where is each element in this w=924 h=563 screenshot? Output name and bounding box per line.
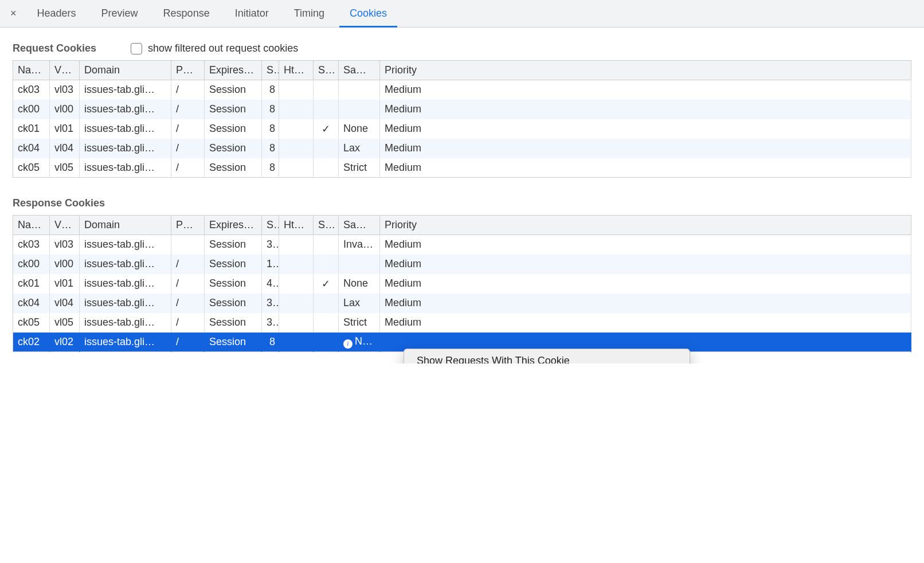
request-cell-path: / [171, 119, 205, 139]
request-cell-secure [314, 80, 339, 100]
tab-response[interactable]: Response [151, 0, 222, 27]
request-cell-same: Strict [339, 158, 380, 178]
request-cell-domain: issues-tab.gli… [80, 139, 171, 158]
col-header-http[interactable]: Ht… [279, 61, 314, 80]
response-row[interactable]: ck01vl01issues-tab.gli…/Session4..✓NoneM… [13, 274, 911, 294]
request-cell-domain: issues-tab.gli… [80, 100, 171, 119]
response-cell-value: vl03 [50, 235, 80, 255]
response-cell-name: ck03 [13, 235, 50, 255]
request-cookies-header: Request Cookies show filtered out reques… [13, 42, 911, 54]
response-row[interactable]: ck05vl05issues-tab.gli…/Session3..Strict… [13, 313, 911, 333]
request-cell-size: 8 [262, 158, 279, 178]
request-row[interactable]: ck05vl05issues-tab.gli…/Session8StrictMe… [13, 158, 911, 178]
response-cell-expires: Session [205, 333, 262, 352]
request-cookies-title: Request Cookies [13, 42, 96, 54]
response-row[interactable]: ck03vl03issues-tab.gli…Session3..Inva…Me… [13, 235, 911, 255]
close-icon[interactable]: × [7, 7, 25, 19]
request-cell-http [279, 100, 314, 119]
tab-preview[interactable]: Preview [89, 0, 151, 27]
request-cell-secure [314, 158, 339, 178]
col-header-expires[interactable]: Expires… [205, 61, 262, 80]
response-cell-domain: issues-tab.gli… [80, 274, 171, 294]
request-cell-value: vl04 [50, 139, 80, 158]
request-cell-priority: Medium [380, 119, 911, 139]
col-header-secure[interactable]: S… [314, 61, 339, 80]
context-menu-item[interactable]: Show Requests With This Cookie [404, 352, 690, 363]
request-cell-http [279, 80, 314, 100]
response-cell-same [339, 255, 380, 274]
request-cell-secure: ✓ [314, 119, 339, 139]
response-cell-priority: Medium [380, 313, 911, 333]
response-cell-path: / [171, 333, 205, 352]
response-cell-domain: issues-tab.gli… [80, 313, 171, 333]
response-cell-name: ck04 [13, 294, 50, 313]
response-cell-size: 3.. [262, 294, 279, 313]
response-cell-http [279, 333, 314, 352]
request-row[interactable]: ck04vl04issues-tab.gli…/Session8LaxMediu… [13, 139, 911, 158]
response-cell-priority: Medium [380, 294, 911, 313]
devtools-tab-strip: × HeadersPreviewResponseInitiatorTimingC… [0, 0, 924, 28]
response-cell-http [279, 313, 314, 333]
response-row[interactable]: ck04vl04issues-tab.gli…/Session3..LaxMed… [13, 294, 911, 313]
request-cell-name: ck04 [13, 139, 50, 158]
response-cell-expires: Session [205, 294, 262, 313]
show-filtered-label: show filtered out request cookies [148, 42, 298, 54]
col-header-secure[interactable]: S… [314, 216, 339, 235]
response-cell-size: 4.. [262, 274, 279, 294]
request-row[interactable]: ck00vl00issues-tab.gli…/Session8Medium [13, 100, 911, 119]
request-cell-same: None [339, 119, 380, 139]
response-cell-priority: Medium [380, 235, 911, 255]
col-header-same[interactable]: Sa… [339, 61, 380, 80]
request-cell-domain: issues-tab.gli… [80, 80, 171, 100]
request-cell-priority: Medium [380, 100, 911, 119]
request-cell-priority: Medium [380, 158, 911, 178]
response-cell-size: 3.. [262, 235, 279, 255]
col-header-path[interactable]: P… [171, 216, 205, 235]
response-cell-same: Inva… [339, 235, 380, 255]
col-header-value[interactable]: V… [50, 216, 80, 235]
request-cell-domain: issues-tab.gli… [80, 158, 171, 178]
request-cell-path: / [171, 158, 205, 178]
col-header-priority[interactable]: Priority [380, 216, 911, 235]
tab-timing[interactable]: Timing [281, 0, 337, 27]
col-header-priority[interactable]: Priority [380, 61, 911, 80]
col-header-size[interactable]: S. [262, 216, 279, 235]
tab-initiator[interactable]: Initiator [222, 0, 281, 27]
response-cell-same: iN… [339, 333, 380, 352]
col-header-same[interactable]: Sa… [339, 216, 380, 235]
tab-cookies[interactable]: Cookies [337, 0, 400, 27]
response-cell-priority: Medium [380, 255, 911, 274]
col-header-domain[interactable]: Domain [80, 216, 171, 235]
response-cell-secure [314, 333, 339, 352]
response-cookies-table: Na…V…DomainP…Expires…S.Ht…S…Sa…Priority … [13, 215, 911, 352]
col-header-expires[interactable]: Expires… [205, 216, 262, 235]
request-cell-domain: issues-tab.gli… [80, 119, 171, 139]
request-cell-expires: Session [205, 80, 262, 100]
response-cell-name: ck00 [13, 255, 50, 274]
request-cell-expires: Session [205, 158, 262, 178]
request-cell-value: vl03 [50, 80, 80, 100]
info-icon: i [343, 339, 353, 349]
response-cell-http [279, 274, 314, 294]
response-cell-name: ck05 [13, 313, 50, 333]
response-cell-path: / [171, 294, 205, 313]
col-header-value[interactable]: V… [50, 61, 80, 80]
response-row[interactable]: ck00vl00issues-tab.gli…/Session1..Medium [13, 255, 911, 274]
col-header-size[interactable]: S. [262, 61, 279, 80]
col-header-path[interactable]: P… [171, 61, 205, 80]
show-filtered-checkbox[interactable]: show filtered out request cookies [131, 42, 298, 54]
response-cell-name: ck02 [13, 333, 50, 352]
tab-headers[interactable]: Headers [25, 0, 89, 27]
request-cell-expires: Session [205, 139, 262, 158]
response-cell-value: vl01 [50, 274, 80, 294]
col-header-http[interactable]: Ht… [279, 216, 314, 235]
request-cell-same [339, 80, 380, 100]
col-header-name[interactable]: Na… [13, 61, 50, 80]
request-cell-name: ck03 [13, 80, 50, 100]
response-cell-same: Strict [339, 313, 380, 333]
col-header-domain[interactable]: Domain [80, 61, 171, 80]
request-row[interactable]: ck01vl01issues-tab.gli…/Session8✓NoneMed… [13, 119, 911, 139]
response-cell-domain: issues-tab.gli… [80, 255, 171, 274]
request-row[interactable]: ck03vl03issues-tab.gli…/Session8Medium [13, 80, 911, 100]
col-header-name[interactable]: Na… [13, 216, 50, 235]
